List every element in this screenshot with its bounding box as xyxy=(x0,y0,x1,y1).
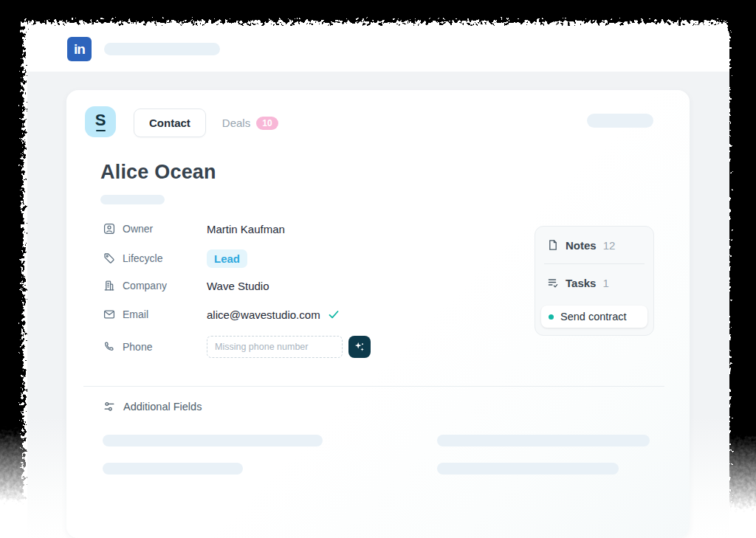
lifecycle-badge[interactable]: Lead xyxy=(207,249,247,268)
additional-fields-label: Additional Fields xyxy=(123,401,202,413)
browser-window: in S Contact Deals 10 Alice Ocean xyxy=(27,26,729,538)
surfe-logo-glyph: S xyxy=(95,112,106,128)
field-label-company: Company xyxy=(103,280,207,292)
field-row-phone: Phone xyxy=(103,335,443,359)
tasks-label: Tasks xyxy=(566,277,596,289)
phone-value-group xyxy=(207,336,371,358)
tab-deals-label: Deals xyxy=(222,117,250,129)
tasks-count: 1 xyxy=(602,277,608,289)
owner-value: Martin Kaufman xyxy=(207,223,285,235)
subtitle-placeholder-bar xyxy=(100,195,165,204)
email-value: alice@wavestudio.com xyxy=(207,308,320,321)
note-icon xyxy=(547,239,559,251)
company-value: Wave Studio xyxy=(207,280,269,292)
linkedin-topbar: in xyxy=(27,26,729,72)
sparkles-icon xyxy=(354,341,365,353)
field-row-company: Company Wave Studio xyxy=(103,277,443,294)
field-row-email: Email alice@wavestudio.com xyxy=(103,306,443,323)
field-label-text: Lifecycle xyxy=(123,252,162,264)
skeleton-bar xyxy=(103,463,243,475)
user-card-icon xyxy=(103,223,115,235)
activity-panel: Notes 12 Tasks 1 Send contra xyxy=(535,226,654,336)
section-divider xyxy=(83,386,664,387)
field-label-text: Phone xyxy=(123,341,152,353)
field-list: Owner Martin Kaufman Lifecycle Lead xyxy=(103,220,443,359)
panel-item-notes[interactable]: Notes 12 xyxy=(541,234,647,256)
skeleton-bar xyxy=(437,435,650,446)
send-contract-label: Send contract xyxy=(560,311,626,323)
field-label-lifecycle: Lifecycle xyxy=(103,252,207,264)
field-row-lifecycle: Lifecycle Lead xyxy=(103,249,443,268)
screenshot-canvas: in S Contact Deals 10 Alice Ocean xyxy=(0,0,756,538)
phone-icon xyxy=(103,341,115,353)
notes-label: Notes xyxy=(566,239,597,252)
skeleton-bar xyxy=(437,463,619,475)
notes-count: 12 xyxy=(603,239,616,252)
tasks-icon xyxy=(547,277,559,289)
building-icon xyxy=(103,280,115,292)
surfe-logo: S xyxy=(85,106,116,137)
panel-item-tasks[interactable]: Tasks 1 xyxy=(541,272,647,294)
surfe-logo-underline xyxy=(96,130,106,132)
field-label-owner: Owner xyxy=(103,223,207,235)
sliders-icon xyxy=(103,401,115,413)
tab-contact[interactable]: Contact xyxy=(134,108,206,137)
enrich-phone-button[interactable] xyxy=(348,336,371,358)
email-value-group: alice@wavestudio.com xyxy=(207,308,340,321)
tag-icon xyxy=(103,252,115,264)
linkedin-logo-icon[interactable]: in xyxy=(67,37,92,61)
tab-deals[interactable]: Deals 10 xyxy=(222,117,278,130)
mail-icon xyxy=(103,308,115,320)
field-row-owner: Owner Martin Kaufman xyxy=(103,220,443,238)
contact-card: S Contact Deals 10 Alice Ocean xyxy=(66,90,690,538)
send-contract-button[interactable]: Send contract xyxy=(541,306,647,328)
skeleton-bar xyxy=(103,435,323,446)
header-placeholder-pill xyxy=(587,114,653,128)
tab-bar: Contact Deals 10 xyxy=(134,109,278,137)
contact-name: Alice Ocean xyxy=(100,161,216,184)
field-label-phone: Phone xyxy=(103,341,207,353)
topbar-placeholder-bar xyxy=(104,43,220,55)
phone-input[interactable] xyxy=(207,336,343,358)
panel-divider xyxy=(544,263,645,264)
additional-fields-header[interactable]: Additional Fields xyxy=(103,401,202,413)
field-label-text: Owner xyxy=(123,223,153,235)
page-background: S Contact Deals 10 Alice Ocean xyxy=(27,72,729,538)
field-label-text: Company xyxy=(123,280,167,292)
deals-count-badge: 10 xyxy=(256,117,278,130)
check-icon xyxy=(328,308,340,320)
field-label-email: Email xyxy=(103,308,207,320)
field-label-text: Email xyxy=(123,308,148,320)
status-dot-icon xyxy=(549,314,554,320)
